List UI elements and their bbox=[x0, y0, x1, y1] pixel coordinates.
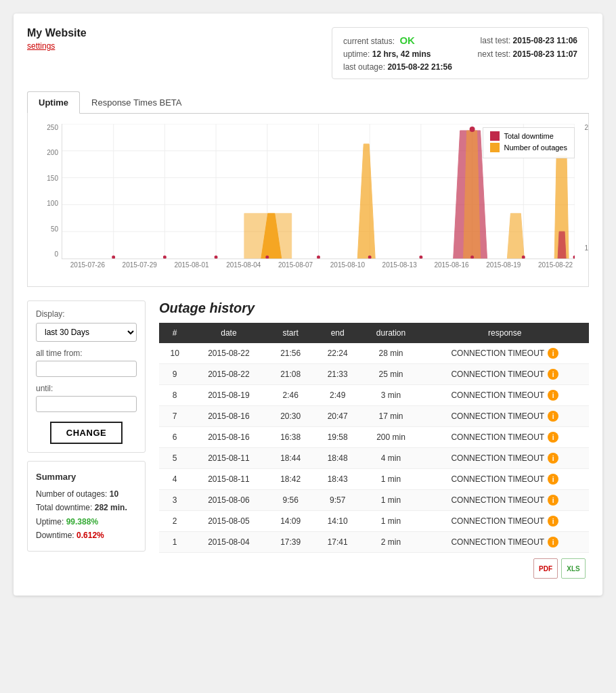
cell-end: 20:47 bbox=[314, 406, 361, 427]
cell-start: 21:08 bbox=[267, 364, 314, 385]
last-outage-value: 2015-08-22 21:56 bbox=[387, 62, 452, 72]
cell-response: CONNECTION TIMEOUT i bbox=[421, 364, 589, 385]
cell-duration: 1 min bbox=[361, 469, 420, 490]
cell-end: 2:49 bbox=[314, 385, 361, 406]
cell-response: CONNECTION TIMEOUT i bbox=[421, 511, 589, 532]
display-select[interactable]: last 30 Days last 7 Days last 24 Hours C… bbox=[36, 323, 137, 342]
x-label-1: 2015-07-29 bbox=[114, 261, 166, 269]
info-icon[interactable]: i bbox=[548, 495, 558, 506]
col-response: response bbox=[421, 323, 589, 343]
cell-end: 9:57 bbox=[314, 490, 361, 511]
settings-link[interactable]: settings bbox=[27, 41, 87, 51]
response-text: CONNECTION TIMEOUT bbox=[451, 432, 544, 442]
col-duration: duration bbox=[361, 323, 420, 343]
x-label-8: 2015-08-19 bbox=[477, 261, 529, 269]
page-container: My Website settings current status: OK l… bbox=[14, 14, 602, 596]
tab-uptime[interactable]: Uptime bbox=[27, 91, 80, 114]
cell-duration: 200 min bbox=[361, 427, 420, 448]
cell-duration: 28 min bbox=[361, 343, 420, 364]
header-row: My Website settings current status: OK l… bbox=[27, 27, 589, 79]
col-date: date bbox=[190, 323, 267, 343]
response-text: CONNECTION TIMEOUT bbox=[451, 370, 544, 379]
svg-point-25 bbox=[163, 256, 167, 259]
cell-response: CONNECTION TIMEOUT i bbox=[421, 448, 589, 469]
summary-downtime: Total downtime: 282 min. bbox=[36, 501, 137, 514]
cell-end: 18:48 bbox=[314, 448, 361, 469]
info-icon[interactable]: i bbox=[548, 432, 558, 443]
outage-table: # date start end duration response 10 20… bbox=[159, 323, 589, 553]
y-right-2: 2 bbox=[584, 124, 588, 131]
legend-outages-color bbox=[490, 143, 500, 152]
info-icon[interactable]: i bbox=[548, 390, 558, 401]
info-icon[interactable]: i bbox=[548, 516, 558, 527]
table-row: 9 2015-08-22 21:08 21:33 25 min CONNECTI… bbox=[159, 364, 589, 385]
export-row: PDF XLS bbox=[159, 553, 589, 582]
table-row: 3 2015-08-06 9:56 9:57 1 min CONNECTION … bbox=[159, 490, 589, 511]
info-icon[interactable]: i bbox=[548, 348, 558, 359]
summary-outages: Number of outages: 10 bbox=[36, 487, 137, 501]
cell-duration: 1 min bbox=[361, 490, 420, 511]
from-input[interactable] bbox=[36, 361, 137, 377]
y-axis-right: 2 1 bbox=[584, 124, 588, 259]
response-text: CONNECTION TIMEOUT bbox=[451, 390, 544, 400]
cell-num: 5 bbox=[159, 448, 190, 469]
cell-date: 2015-08-06 bbox=[190, 490, 267, 511]
cell-date: 2015-08-11 bbox=[190, 448, 267, 469]
y-axis-labels: 250 200 150 100 50 0 bbox=[35, 124, 60, 259]
svg-marker-21 bbox=[507, 213, 524, 259]
response-text: CONNECTION TIMEOUT bbox=[451, 537, 544, 547]
status-label: current status: bbox=[343, 37, 395, 46]
svg-point-20 bbox=[470, 127, 475, 132]
info-icon[interactable]: i bbox=[548, 453, 558, 464]
col-num: # bbox=[159, 323, 190, 343]
info-icon[interactable]: i bbox=[548, 537, 558, 547]
table-row: 1 2015-08-04 17:39 17:41 2 min CONNECTIO… bbox=[159, 532, 589, 553]
table-row: 4 2015-08-11 18:42 18:43 1 min CONNECTIO… bbox=[159, 469, 589, 490]
table-row: 10 2015-08-22 21:56 22:24 28 min CONNECT… bbox=[159, 343, 589, 364]
info-icon[interactable]: i bbox=[548, 411, 558, 422]
cell-response: CONNECTION TIMEOUT i bbox=[421, 343, 589, 364]
export-pdf-button[interactable]: PDF bbox=[533, 558, 558, 579]
svg-marker-23 bbox=[558, 231, 566, 259]
response-text: CONNECTION TIMEOUT bbox=[451, 516, 544, 526]
response-text: CONNECTION TIMEOUT bbox=[451, 495, 544, 505]
status-current: current status: OK bbox=[343, 35, 415, 46]
x-label-5: 2015-08-10 bbox=[322, 261, 374, 269]
cell-start: 17:39 bbox=[267, 532, 314, 553]
x-label-4: 2015-08-07 bbox=[269, 261, 322, 269]
chart-wrapper: 250 200 150 100 50 0 bbox=[35, 124, 581, 280]
status-uptime-row: uptime: 12 hrs, 42 mins next test: 2015-… bbox=[343, 49, 577, 59]
uptime-label: uptime: bbox=[343, 49, 370, 59]
cell-response: CONNECTION TIMEOUT i bbox=[421, 532, 589, 553]
summary-box: Summary Number of outages: 10 Total down… bbox=[27, 461, 146, 552]
cell-duration: 17 min bbox=[361, 406, 420, 427]
cell-num: 9 bbox=[159, 364, 190, 385]
summary-downtime-pct-value: 0.612% bbox=[76, 531, 104, 540]
last-outage: last outage: 2015-08-22 21:56 bbox=[343, 62, 452, 72]
cell-duration: 1 min bbox=[361, 511, 420, 532]
cell-num: 2 bbox=[159, 511, 190, 532]
cell-duration: 25 min bbox=[361, 364, 420, 385]
cell-num: 1 bbox=[159, 532, 190, 553]
x-label-9: 2015-08-22 bbox=[529, 261, 581, 269]
status-outage-row: last outage: 2015-08-22 21:56 bbox=[343, 62, 577, 72]
next-test-value: 2015-08-23 11:07 bbox=[513, 49, 577, 59]
info-icon[interactable]: i bbox=[548, 369, 558, 380]
until-input[interactable] bbox=[36, 396, 137, 412]
cell-end: 19:58 bbox=[314, 427, 361, 448]
cell-response: CONNECTION TIMEOUT i bbox=[421, 490, 589, 511]
summary-uptime: Uptime: 99.388% bbox=[36, 515, 137, 529]
summary-downtime-pct-label: Downtime: bbox=[36, 531, 74, 540]
cell-num: 3 bbox=[159, 490, 190, 511]
change-button[interactable]: CHANGE bbox=[50, 422, 123, 444]
cell-date: 2015-08-04 bbox=[190, 532, 267, 553]
legend-downtime: Total downtime bbox=[490, 131, 567, 141]
svg-marker-17 bbox=[357, 144, 375, 259]
info-icon[interactable]: i bbox=[548, 474, 558, 485]
tab-response-times[interactable]: Response Times BETA bbox=[80, 91, 193, 113]
response-text: CONNECTION TIMEOUT bbox=[451, 453, 544, 463]
cell-start: 14:09 bbox=[267, 511, 314, 532]
table-row: 6 2015-08-16 16:38 19:58 200 min CONNECT… bbox=[159, 427, 589, 448]
uptime: uptime: 12 hrs, 42 mins bbox=[343, 49, 431, 59]
export-xls-button[interactable]: XLS bbox=[561, 558, 586, 579]
